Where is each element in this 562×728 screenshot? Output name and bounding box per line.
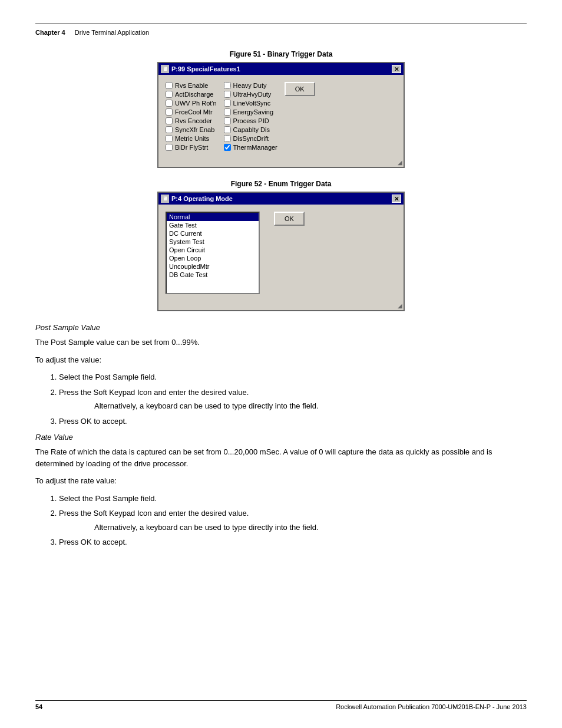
header: Chapter 4 Drive Terminal Application [35,24,527,36]
section2-alt-text: Alternatively, a keyboard can be used to… [94,522,527,533]
dialog-icon: 🖥 [161,65,169,73]
checkbox-energysaving[interactable]: EnergySaving [224,108,277,116]
section2-step3: Press OK to accept. [59,536,527,548]
figure1-dialog-container: 🖥 P:99 SpecialFeatures1 ✕ Rvs Enable Act… [35,62,527,168]
section2-heading: Rate Value [35,433,527,442]
figure2-dialog-title: P:4 Operating Mode [171,195,233,202]
checkbox-dissyncdrift[interactable]: DisSyncDrift [224,135,277,142]
section1-alt-text: Alternatively, a keyboard can be used to… [94,400,527,412]
figure1-dialog-body: Rvs Enable ActDischarge UWV Ph Rot'n Frc… [158,75,404,158]
checkbox-thermmanager[interactable]: ThermManager [224,144,277,151]
figure2-ok-button[interactable]: OK [274,212,305,226]
figure1-label: Figure 51 - Binary Trigger Data [35,50,527,58]
section1-heading: Post Sample Value [35,323,527,332]
section1-step3: Press OK to accept. [59,416,527,427]
checkbox-uwv-ph-rotn[interactable]: UWV Ph Rot'n [166,100,217,107]
section1-step2: Press the Soft Keypad Icon and enter the… [59,387,527,412]
listbox-item-open-circuit[interactable]: Open Circuit [167,246,259,254]
dialog2-icon: 🖥 [161,195,169,203]
section2-adjust-label: To adjust the rate value: [35,475,527,487]
right-checkboxes: Heavy Duty UltraHvyDuty LineVoltSync Ene… [224,82,277,151]
listbox-item-dc-current[interactable]: DC Current [167,229,259,238]
figure2-label: Figure 52 - Enum Trigger Data [35,180,527,188]
figure1-titlebar: 🖥 P:99 SpecialFeatures1 ✕ [158,63,404,75]
dialog-close-button[interactable]: ✕ [392,65,401,73]
section2-step2: Press the Soft Keypad Icon and enter the… [59,508,527,533]
figure1-resize: ◢ [158,158,404,167]
listbox-item-uncoupledmtr[interactable]: UncoupledMtr [167,262,259,271]
checkbox-rvs-encoder[interactable]: Rvs Encoder [166,117,217,124]
chapter-label: Chapter 4 [35,29,65,36]
section1-intro: The Post Sample value can be set from 0.… [35,337,527,348]
page-footer: 54 Rockwell Automation Publication 7000-… [35,700,527,710]
checkbox-metric-units[interactable]: Metric Units [166,135,217,142]
checkbox-bidr-flystrt[interactable]: BiDr FlyStrt [166,144,217,151]
figure1-ok-button[interactable]: OK [285,82,315,96]
listbox-item-gate-test[interactable]: Gate Test [167,221,259,229]
listbox-item-normal[interactable]: Normal [167,213,259,221]
figure2-dialog-body: Normal Gate Test DC Current System Test … [158,205,404,301]
checkbox-heavy-duty[interactable]: Heavy Duty [224,82,277,89]
checkbox-frcecool-mtr[interactable]: FrceCool Mtr [166,108,217,116]
section1-adjust-label: To adjust the value: [35,354,527,366]
section1-step1: Select the Post Sample field. [59,371,527,383]
footer-publication: Rockwell Automation Publication 7000-UM2… [336,703,527,710]
resize-icon: ◢ [398,159,402,166]
checkbox-process-pid[interactable]: Process PID [224,117,277,124]
listbox-item-db-gate-test[interactable]: DB Gate Test [167,271,259,279]
dialog2-close-button[interactable]: ✕ [392,195,401,203]
section2-intro: The Rate of which the data is captured c… [35,446,527,469]
checkbox-linevoltsync[interactable]: LineVoltSync [224,100,277,107]
checkbox-syncxfr-enab[interactable]: SyncXfr Enab [166,126,217,133]
figure1-dialog: 🖥 P:99 SpecialFeatures1 ✕ Rvs Enable Act… [157,62,405,168]
checkbox-ultrahvyduty[interactable]: UltraHvyDuty [224,91,277,98]
section2-steps: Select the Post Sample field. Press the … [59,493,527,548]
checkbox-capablty-dis[interactable]: Capablty Dis [224,126,277,133]
footer-page-number: 54 [35,703,42,710]
figure2-resize: ◢ [158,301,404,310]
section1-steps: Select the Post Sample field. Press the … [59,371,527,427]
figure2-dialog: 🖥 P:4 Operating Mode ✕ Normal Gate Test … [157,192,405,311]
checkbox-rvs-enable[interactable]: Rvs Enable [166,82,217,89]
figure2-dialog-container: 🖥 P:4 Operating Mode ✕ Normal Gate Test … [35,192,527,311]
left-checkboxes: Rvs Enable ActDischarge UWV Ph Rot'n Frc… [166,82,217,151]
section2-step1: Select the Post Sample field. [59,493,527,505]
resize-icon2: ◢ [398,302,402,309]
figure1-ok-area: OK [285,82,315,151]
listbox-item-open-loop[interactable]: Open Loop [167,254,259,262]
figure2-titlebar: 🖥 P:4 Operating Mode ✕ [158,193,404,205]
operating-mode-listbox[interactable]: Normal Gate Test DC Current System Test … [166,212,260,294]
listbox-item-system-test[interactable]: System Test [167,238,259,246]
header-title: Drive Terminal Application [75,29,149,36]
checkbox-actdischarge[interactable]: ActDischarge [166,91,217,98]
figure1-dialog-title: P:99 SpecialFeatures1 [171,65,240,73]
